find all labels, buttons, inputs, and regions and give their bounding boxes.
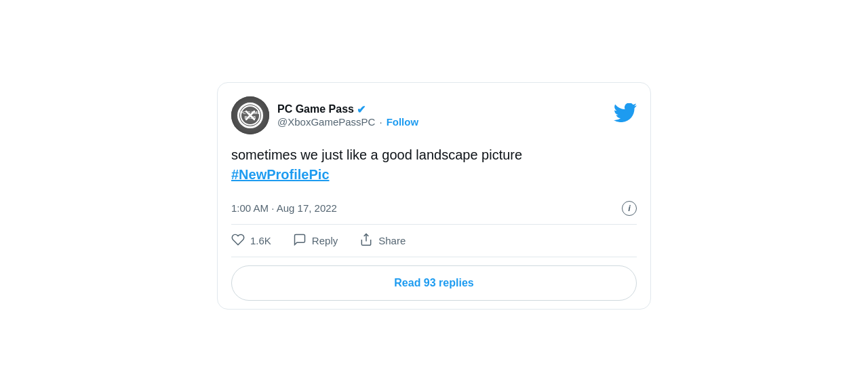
share-button[interactable]: Share xyxy=(359,233,406,248)
tweet-body: sometimes we just like a good landscape … xyxy=(231,145,637,185)
username-text: @XboxGamePassPC xyxy=(277,116,375,128)
reply-svg-icon xyxy=(293,233,307,246)
tweet-header-left: PC GAMEPASS PC Game Pass ✔ @XboxGamePass… xyxy=(231,96,418,134)
tweet-text: sometimes we just like a good landscape … xyxy=(231,145,637,185)
share-icon xyxy=(359,233,373,248)
dot-separator: · xyxy=(379,116,382,128)
tweet-card: PC GAMEPASS PC Game Pass ✔ @XboxGamePass… xyxy=(217,82,651,310)
avatar[interactable]: PC GAMEPASS xyxy=(231,96,269,134)
like-button[interactable]: 1.6K xyxy=(231,233,271,248)
share-svg-icon xyxy=(359,233,373,246)
read-replies-button[interactable]: Read 93 replies xyxy=(231,265,637,301)
tweet-hashtag[interactable]: #NewProfilePic xyxy=(231,167,330,182)
info-icon[interactable]: i xyxy=(622,201,637,216)
tweet-body-text: sometimes we just like a good landscape … xyxy=(231,147,522,162)
display-name: PC Game Pass ✔ xyxy=(277,103,418,116)
avatar-label-text: PC GAMEPASS xyxy=(240,111,260,119)
verified-badge-icon: ✔ xyxy=(357,103,366,116)
twitter-bird-icon xyxy=(614,103,637,127)
heart-icon xyxy=(231,233,245,248)
twitter-logo-icon xyxy=(614,103,637,122)
share-label: Share xyxy=(378,235,406,246)
like-count: 1.6K xyxy=(250,235,271,246)
tweet-header: PC GAMEPASS PC Game Pass ✔ @XboxGamePass… xyxy=(231,96,637,134)
reply-label: Reply xyxy=(312,235,338,246)
user-info: PC Game Pass ✔ @XboxGamePassPC · Follow xyxy=(277,103,418,128)
display-name-text: PC Game Pass xyxy=(277,103,354,115)
reply-icon xyxy=(293,233,307,248)
avatar-bg: PC GAMEPASS xyxy=(231,96,269,134)
heart-svg-icon xyxy=(231,233,245,246)
reply-button[interactable]: Reply xyxy=(293,233,338,248)
tweet-actions-bar: 1.6K Reply Share xyxy=(231,225,637,257)
tweet-timestamp: 1:00 AM · Aug 17, 2022 xyxy=(231,202,337,214)
follow-button[interactable]: Follow xyxy=(387,116,419,128)
tweet-time-row: 1:00 AM · Aug 17, 2022 i xyxy=(231,193,637,225)
username-follow-row: @XboxGamePassPC · Follow xyxy=(277,116,418,128)
